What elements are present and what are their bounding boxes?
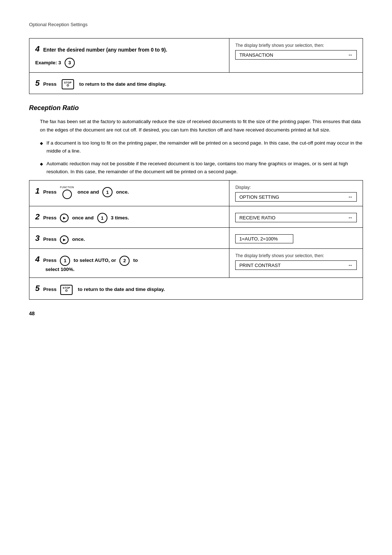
bullet-2-text: Automatic reduction may not be possible … <box>46 160 363 176</box>
rr-step3-once: once. <box>72 236 85 242</box>
rr-step4-arrow: ↔ <box>348 262 353 268</box>
rr-step4-left: 4 Press 1 to select AUTO, or 2 to select… <box>29 249 229 278</box>
number-button-4b[interactable]: 2 <box>119 256 130 266</box>
step5-upper-row: 5 Press STOP ⊙ to return to the date and… <box>29 73 363 94</box>
rr-step1-row: 1 Press FUNCTION once and 1 once. Displa… <box>29 181 363 206</box>
step4-display-label: The display briefly shows your selection… <box>235 43 357 48</box>
rr-step2-num: 2 <box>35 212 40 221</box>
rr-step2-arrow: ↔ <box>348 215 353 220</box>
rr-step1-once: once. <box>116 189 129 195</box>
rr-step1-display-text: OPTION SETTING <box>239 194 279 200</box>
rr-step4-select-auto: to select AUTO, or <box>74 258 116 263</box>
rr-step5-press: Press <box>43 287 57 292</box>
rr-step5-row: 5 Press STOP ⊙ to return to the date and… <box>29 278 363 299</box>
rr-step3-row: 3 Press ► once. 1=AUTO, 2=100% <box>29 228 363 249</box>
rr-step3-body: 3 Press ► once. <box>35 232 223 244</box>
step4-body: 4 Enter the desired number (any number f… <box>35 43 223 68</box>
rr-step1-body: 1 Press FUNCTION once and 1 once. <box>35 185 223 199</box>
rr-step1-num: 1 <box>35 186 40 195</box>
rr-step1-press: Press <box>43 189 57 195</box>
bullet-1: ◆ If a document is too long to fit on th… <box>40 139 363 155</box>
step5-upper-body: 5 Press STOP ⊙ to return to the date and… <box>35 77 357 89</box>
stop-button-upper[interactable]: STOP ⊙ <box>62 79 74 89</box>
step4-left: 4 Enter the desired number (any number f… <box>29 39 229 73</box>
function-label: FUNCTION <box>60 186 74 190</box>
bullet-1-text: If a document is too long to fit on the … <box>46 139 363 155</box>
step4-upper-row: 4 Enter the desired number (any number f… <box>29 39 363 73</box>
rr-step4-select-100: select 100%. <box>45 267 74 272</box>
function-circle <box>62 190 72 199</box>
page-header-text: Optional Reception Settings <box>29 22 87 27</box>
bullet-2: ◆ Automatic reduction may not be possibl… <box>40 160 363 176</box>
rr-step5-cell: 5 Press STOP ⊙ to return to the date and… <box>29 278 363 299</box>
rr-step2-right: RECEIVE RATIO ↔ <box>229 206 363 228</box>
rr-step4-to-select: to <box>133 258 138 263</box>
rr-step1-left: 1 Press FUNCTION once and 1 once. <box>29 181 229 206</box>
rr-step5-body: 5 Press STOP ⊙ to return to the date and… <box>35 282 357 295</box>
step4-instruction: Enter the desired number (any number fro… <box>43 47 167 53</box>
rr-step5-instruction: to return to the date and time display. <box>78 287 165 292</box>
rr-step1-right: Display: OPTION SETTING ↔ <box>229 181 363 206</box>
rr-step2-left: 2 Press ► once and 1 3 times. <box>29 206 229 228</box>
rr-step4-display-text: PRINT CONTRAST <box>239 263 281 268</box>
rr-step3-left: 3 Press ► once. <box>29 228 229 249</box>
arrow-button-2[interactable]: ► <box>60 214 69 222</box>
rr-step2-body: 2 Press ► once and 1 3 times. <box>35 211 223 223</box>
step4-num: 4 <box>35 44 40 53</box>
step4-display-text: TRANSACTION <box>239 52 273 58</box>
rr-step3-right: 1=AUTO, 2=100% <box>229 228 363 249</box>
rr-step2-once-and: once and <box>72 215 94 220</box>
rr-step5-num: 5 <box>35 284 40 293</box>
bullet-diamond-2: ◆ <box>40 161 43 167</box>
arrow-button-3[interactable]: ► <box>60 235 69 244</box>
rr-step4-num: 4 <box>35 255 40 264</box>
rr-step3-display-text: 1=AUTO, 2=100% <box>239 236 278 242</box>
step4-display-arrow: ↔ <box>348 52 353 58</box>
example-button-3: 3 <box>65 58 75 68</box>
reception-ratio-body: The fax has been set at the factory to a… <box>40 118 363 134</box>
rr-step4-right: The display briefly shows your selection… <box>229 249 363 278</box>
rr-step4-display: PRINT CONTRAST ↔ <box>235 260 357 270</box>
page-header: Optional Reception Settings <box>29 22 363 27</box>
rr-step3-press: Press <box>43 236 57 242</box>
rr-step1-arrow: ↔ <box>348 194 353 200</box>
step5-upper-instruction: to return to the date and time display. <box>79 81 166 87</box>
rr-step3-display: 1=AUTO, 2=100% <box>235 234 293 243</box>
function-button-1[interactable]: FUNCTION <box>60 186 74 199</box>
stop-button-lower[interactable]: STOP ⊙ <box>60 285 73 295</box>
rr-step4-row: 4 Press 1 to select AUTO, or 2 to select… <box>29 249 363 278</box>
reception-ratio-steps-table: 1 Press FUNCTION once and 1 once. Displa… <box>29 180 363 300</box>
rr-step4-press: Press <box>43 258 57 263</box>
number-button-2a[interactable]: 1 <box>97 213 107 223</box>
rr-step2-display-text: RECEIVE RATIO <box>239 215 275 220</box>
rr-step2-row: 2 Press ► once and 1 3 times. RECEIVE RA… <box>29 206 363 228</box>
step4-upper-table: 4 Enter the desired number (any number f… <box>29 38 363 94</box>
rr-step1-display: OPTION SETTING ↔ <box>235 192 357 202</box>
rr-step3-num: 3 <box>35 234 40 243</box>
bullet-diamond-1: ◆ <box>40 140 43 146</box>
reception-ratio-heading: Reception Ratio <box>29 104 363 112</box>
step5-upper-cell: 5 Press STOP ⊙ to return to the date and… <box>29 73 363 94</box>
number-button-4a[interactable]: 1 <box>60 256 70 266</box>
step4-example-text: Example: 3 <box>35 60 61 65</box>
reception-ratio-title: Reception Ratio <box>29 104 79 112</box>
step4-right: The display briefly shows your selection… <box>229 39 363 73</box>
step4-example: Example: 3 3 <box>35 58 223 68</box>
rr-step2-times: 3 times. <box>111 215 129 220</box>
rr-step4-body: 4 Press 1 to select AUTO, or 2 to select… <box>35 253 223 273</box>
rr-step2-press: Press <box>43 215 57 220</box>
rr-step4-display-label: The display briefly shows your selection… <box>235 253 357 258</box>
page-number: 48 <box>29 311 363 316</box>
rr-step2-display: RECEIVE RATIO ↔ <box>235 213 357 222</box>
rr-step1-once-and: once and <box>77 189 99 195</box>
rr-step1-display-label: Display: <box>235 185 357 190</box>
step4-display-box: TRANSACTION ↔ <box>235 50 357 60</box>
step5-upper-num: 5 <box>35 78 40 88</box>
number-button-1a[interactable]: 1 <box>102 187 113 197</box>
step5-upper-press: Press <box>43 81 57 87</box>
